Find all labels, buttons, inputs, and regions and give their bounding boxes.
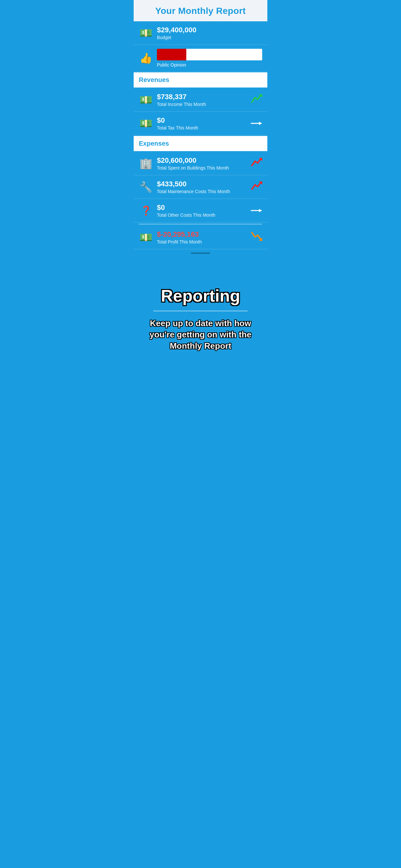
tax-info: $0 Total Tax This Month [157, 116, 262, 130]
divider [139, 224, 262, 224]
maintenance-label: Total Maintenance Costs This Month [157, 189, 262, 194]
buildings-row: 🏢 $20,600,000 Total Spent on Buildings T… [134, 152, 267, 175]
income-info: $738,337 Total Income This Month [157, 93, 262, 107]
maintenance-row: 🔧 $433,500 Total Maintenance Costs This … [134, 175, 267, 199]
reporting-title: Reporting [142, 286, 259, 306]
profit-info: $-20,295,163 Total Profit This Month [157, 230, 262, 244]
expenses-section-header: Expenses [134, 135, 267, 152]
other-costs-info: $0 Total Other Costs This Month [157, 204, 262, 218]
buildings-info: $20,600,000 Total Spent on Buildings Thi… [157, 156, 262, 170]
maintenance-value: $433,500 [157, 180, 262, 188]
header: Your Monthly Report [134, 0, 267, 21]
page-title: Your Monthly Report [139, 6, 262, 16]
total-tax-row: 💵 $0 Total Tax This Month [134, 112, 267, 135]
other-costs-label: Total Other Costs This Month [157, 213, 262, 218]
public-opinion-row: 👍 Public Opinion [134, 45, 267, 72]
tax-trend-icon [251, 118, 262, 128]
opinion-bar-container [157, 49, 262, 60]
budget-row: 💵 $29,400,000 Budget [134, 21, 267, 45]
expenses-label: Expenses [139, 140, 169, 147]
total-income-row: 💵 $738,337 Total Income This Month [134, 88, 267, 112]
budget-info: $29,400,000 Budget [157, 26, 262, 40]
budget-label: Budget [157, 35, 262, 40]
maintenance-info: $433,500 Total Maintenance Costs This Mo… [157, 180, 262, 194]
other-costs-icon: ❓ [139, 204, 153, 218]
tax-value: $0 [157, 116, 262, 125]
opinion-label: Public Opinion [157, 62, 262, 67]
budget-value: $29,400,000 [157, 26, 262, 34]
reporting-divider [153, 311, 248, 311]
income-label: Total Income This Month [157, 102, 262, 107]
profit-icon: 💵 [139, 230, 153, 244]
reporting-subtitle: Keep up to date with how you're getting … [142, 318, 259, 352]
maintenance-trend-icon [251, 180, 262, 194]
budget-icon: 💵 [139, 26, 153, 40]
buildings-trend-icon [251, 157, 262, 170]
thumbs-up-icon: 👍 [139, 51, 153, 65]
buildings-label: Total Spent on Buildings This Month [157, 165, 262, 170]
profit-label: Total Profit This Month [157, 239, 262, 244]
svg-marker-2 [259, 122, 262, 125]
profit-row: 💵 $-20,295,163 Total Profit This Month [134, 226, 267, 249]
tax-icon: 💵 [139, 116, 153, 130]
revenues-section-header: Revenues [134, 72, 267, 88]
opinion-content: Public Opinion [157, 49, 262, 67]
income-trend-icon [251, 93, 262, 107]
other-costs-trend-icon [251, 206, 262, 216]
bottom-section: Reporting Keep up to date with how you'r… [134, 273, 267, 371]
profit-trend-icon [251, 230, 262, 244]
other-costs-value: $0 [157, 204, 262, 212]
other-costs-row: ❓ $0 Total Other Costs This Month [134, 199, 267, 222]
profit-value: $-20,295,163 [157, 230, 262, 239]
tax-label: Total Tax This Month [157, 125, 262, 130]
revenues-label: Revenues [139, 76, 169, 83]
buildings-icon: 🏢 [139, 156, 153, 170]
income-icon: 💵 [139, 93, 153, 107]
svg-marker-6 [259, 209, 262, 212]
income-value: $738,337 [157, 93, 262, 101]
opinion-bar-fill [157, 49, 186, 60]
maintenance-icon: 🔧 [139, 180, 153, 194]
buildings-value: $20,600,000 [157, 156, 262, 165]
scroll-indicator [191, 252, 210, 254]
report-container: 💵 $29,400,000 Budget 👍 Public Opinion Re… [134, 21, 267, 254]
